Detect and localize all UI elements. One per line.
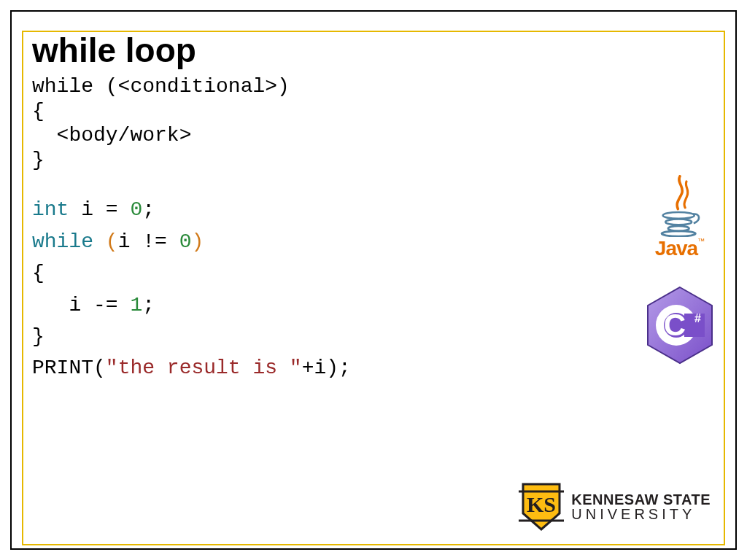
number-one: 1 xyxy=(130,294,142,316)
svg-text:KS: KS xyxy=(527,492,556,516)
ksu-name-line2: UNIVERSITY xyxy=(571,507,711,521)
pseudo-line-4: } xyxy=(32,149,44,171)
ksu-wordmark: KENNESAW STATE UNIVERSITY xyxy=(571,492,711,521)
code-semi-2: ; xyxy=(142,294,155,316)
slide-content: while loop while (<conditional>) { <body… xyxy=(32,31,715,384)
pseudocode-block: while (<conditional>) { <body/work> } xyxy=(32,74,715,172)
ksu-name-line1: KENNESAW STATE xyxy=(571,492,711,507)
code-semi: ; xyxy=(142,198,155,221)
paren-open: ( xyxy=(106,230,118,253)
paren-close: ) xyxy=(191,230,204,253)
print-post: +i); xyxy=(302,357,351,379)
csharp-hex-icon: C # xyxy=(643,284,716,366)
java-trademark: ™ xyxy=(697,237,705,245)
number-zero: 0 xyxy=(130,198,142,221)
number-zero-2: 0 xyxy=(179,230,192,253)
slide-title: while loop xyxy=(32,31,715,70)
brace-open: { xyxy=(32,262,44,284)
code-body-pre: i -= xyxy=(32,294,130,316)
pseudo-line-3: <body/work> xyxy=(32,124,191,147)
brace-close: } xyxy=(32,325,44,348)
pseudo-line-2: { xyxy=(32,100,44,122)
java-logo: Java™ xyxy=(643,175,716,260)
svg-text:C: C xyxy=(664,308,686,342)
csharp-logo: C # xyxy=(643,284,716,366)
code-text: i = xyxy=(69,198,130,221)
svg-text:#: # xyxy=(694,312,701,324)
code-cond: i != xyxy=(118,230,179,253)
print-pre: PRINT( xyxy=(32,357,106,379)
java-cup-icon xyxy=(654,175,705,237)
pseudo-line-1: while (<conditional>) xyxy=(32,75,290,98)
code-space xyxy=(93,230,106,253)
keyword-int: int xyxy=(32,198,69,221)
java-wordmark: Java xyxy=(655,237,697,260)
svg-point-1 xyxy=(665,219,692,225)
svg-point-3 xyxy=(662,231,696,236)
svg-point-0 xyxy=(663,212,694,219)
string-literal: "the result is " xyxy=(106,357,302,379)
ksu-shield-icon: KS xyxy=(519,481,564,532)
keyword-while: while xyxy=(32,230,93,253)
code-block: int i = 0; while (i != 0) { i -= 1; } PR… xyxy=(32,194,715,384)
ksu-logo: KS KENNESAW STATE UNIVERSITY xyxy=(519,481,711,532)
